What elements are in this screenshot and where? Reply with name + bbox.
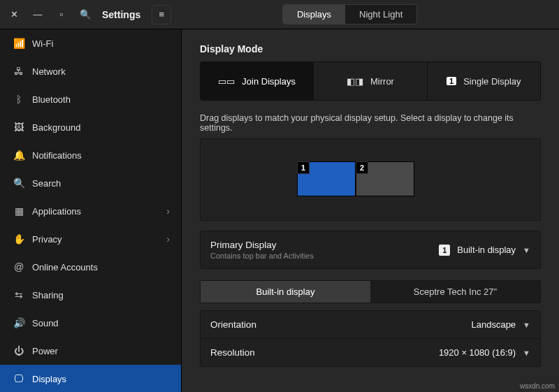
resolution-label: Resolution — [210, 347, 255, 358]
display-arrangement[interactable]: 1 2 — [200, 138, 541, 221]
sidebar-item-applications[interactable]: ▦Applications› — [0, 197, 181, 225]
primary-display-value: Built-in display — [457, 245, 516, 255]
sidebar-item-background[interactable]: 🖼Background — [0, 113, 181, 141]
sidebar-item-search[interactable]: 🔍Search — [0, 169, 181, 197]
display-selector-tabs: Built-in display Sceptre Tech Inc 27" — [200, 280, 541, 303]
titlebar: ✕ — ▫ 🔍 Settings ≡ Displays Night Light — [0, 0, 559, 29]
chevron-right-icon: › — [166, 205, 170, 217]
tab-external-display[interactable]: Sceptre Tech Inc 27" — [370, 281, 540, 303]
speaker-icon: 🔊 — [11, 317, 27, 328]
search-icon: 🔍 — [11, 177, 27, 189]
monitor-icon: 🖵 — [11, 373, 27, 384]
sidebar-item-sound[interactable]: 🔊Sound — [0, 309, 181, 337]
menu-icon[interactable]: ≡ — [152, 5, 171, 24]
resolution-row[interactable]: Resolution 1920 × 1080 (16:9) ▼ — [201, 338, 540, 366]
join-displays-button[interactable]: ▭▭ Join Displays — [200, 61, 314, 101]
power-icon: ⏻ — [11, 345, 27, 356]
share-icon: ⇆ — [11, 289, 27, 300]
primary-display-panel[interactable]: Primary Display Contains top bar and Act… — [200, 231, 541, 269]
tab-displays[interactable]: Displays — [283, 5, 345, 24]
maximize-icon[interactable]: ▫ — [52, 5, 71, 24]
close-icon[interactable]: ✕ — [4, 5, 24, 24]
grid-icon: ▦ — [11, 205, 27, 217]
at-icon: @ — [11, 261, 27, 273]
display-1[interactable]: 1 — [297, 161, 356, 196]
orientation-row[interactable]: Orientation Landscape ▼ — [201, 311, 540, 338]
wifi-icon: 📶 — [11, 38, 27, 49]
chevron-down-icon: ▼ — [523, 349, 530, 357]
header-tab-switcher: Displays Night Light — [282, 4, 417, 24]
sidebar-item-privacy[interactable]: ✋Privacy› — [0, 225, 181, 253]
join-displays-icon: ▭▭ — [218, 76, 235, 87]
content-pane: Display Mode ▭▭ Join Displays ◧◨ Mirror … — [182, 29, 559, 392]
watermark: wsxdn.com — [520, 382, 555, 390]
tab-night-light[interactable]: Night Light — [345, 5, 416, 24]
primary-display-label: Primary Display — [210, 240, 314, 250]
sidebar-item-network[interactable]: 🖧Network — [0, 57, 181, 85]
display-mode-group: ▭▭ Join Displays ◧◨ Mirror 1 Single Disp… — [200, 61, 541, 101]
orientation-value: Landscape — [471, 319, 516, 330]
bell-icon: 🔔 — [11, 150, 27, 161]
resolution-value: 1920 × 1080 (16:9) — [439, 347, 516, 358]
sidebar-item-notifications[interactable]: 🔔Notifications — [0, 141, 181, 169]
sidebar-item-sharing[interactable]: ⇆Sharing — [0, 281, 181, 309]
sidebar-item-power[interactable]: ⏻Power — [0, 337, 181, 365]
primary-display-subtitle: Contains top bar and Activities — [210, 252, 314, 260]
mirror-icon: ◧◨ — [347, 76, 363, 87]
display-settings-panel: Orientation Landscape ▼ Resolution 1920 … — [200, 310, 541, 367]
mirror-button[interactable]: ◧◨ Mirror — [314, 61, 427, 101]
display-mode-title: Display Mode — [200, 43, 541, 55]
chevron-down-icon: ▼ — [523, 246, 530, 254]
primary-display-number-badge: 1 — [439, 245, 450, 256]
single-display-button[interactable]: 1 Single Display — [428, 61, 541, 101]
app-title: Settings — [102, 9, 140, 20]
bluetooth-icon: ᛒ — [11, 94, 27, 105]
chevron-down-icon: ▼ — [523, 321, 530, 329]
sidebar: 📶Wi-Fi 🖧Network ᛒBluetooth 🖼Background 🔔… — [0, 29, 182, 392]
chevron-right-icon: › — [166, 233, 170, 245]
display-2[interactable]: 2 — [356, 161, 414, 196]
minimize-icon[interactable]: — — [28, 5, 48, 24]
orientation-label: Orientation — [210, 319, 256, 330]
sidebar-item-online-accounts[interactable]: @Online Accounts — [0, 253, 181, 281]
arrange-hint: Drag displays to match your physical dis… — [200, 113, 541, 133]
sidebar-item-wifi[interactable]: 📶Wi-Fi — [0, 29, 181, 57]
tab-builtin-display[interactable]: Built-in display — [201, 281, 370, 303]
background-icon: 🖼 — [11, 122, 27, 133]
single-display-icon: 1 — [447, 77, 456, 85]
sidebar-item-displays[interactable]: 🖵Displays — [0, 365, 181, 392]
sidebar-item-bluetooth[interactable]: ᛒBluetooth — [0, 85, 181, 113]
network-icon: 🖧 — [11, 66, 27, 77]
display-2-badge: 2 — [356, 161, 368, 174]
search-icon[interactable]: 🔍 — [75, 5, 95, 24]
hand-icon: ✋ — [11, 233, 27, 245]
display-1-badge: 1 — [297, 161, 310, 174]
